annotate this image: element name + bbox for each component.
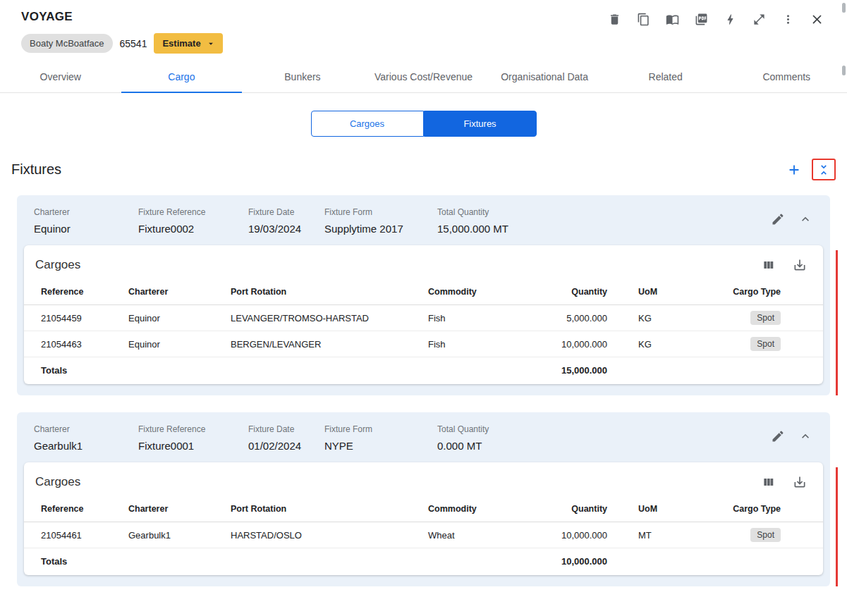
- validation-indicator: [836, 467, 838, 586]
- column-header: Cargo Type: [697, 279, 823, 305]
- validation-indicator: [836, 250, 838, 395]
- fixture-reference-value: Fixture0001: [138, 440, 248, 452]
- field-label: Fixture Date: [248, 207, 324, 217]
- cargo-type-chip: Spot: [750, 337, 781, 351]
- chevron-up-icon[interactable]: [798, 211, 813, 227]
- column-header: Port Rotation: [225, 496, 422, 522]
- totals-row: Totals 10,000.000: [24, 548, 823, 576]
- fixture-card: Charterer Gearbulk1 Fixture Reference Fi…: [17, 412, 830, 586]
- tab-related[interactable]: Related: [605, 62, 726, 92]
- cargo-type-chip: Spot: [750, 528, 781, 542]
- table-row[interactable]: 21054463 Equinor BERGEN/LEVANGER Fish 10…: [24, 331, 823, 357]
- cell-port-rotation: HARSTAD/OSLO: [225, 522, 422, 548]
- table-row[interactable]: 21054461 Gearbulk1 HARSTAD/OSLO Wheat 10…: [24, 522, 823, 548]
- fixtures-section-title: Fixtures: [11, 161, 61, 178]
- totals-label: Totals: [24, 548, 123, 576]
- fixtures-toggle-button[interactable]: Fixtures: [424, 111, 537, 137]
- unfold-less-icon: [817, 163, 831, 177]
- cargoes-table-card: Cargoes Reference Charterer Port: [24, 462, 823, 575]
- more-vert-icon[interactable]: [780, 11, 796, 27]
- download-icon[interactable]: [792, 474, 808, 490]
- field-label: Fixture Reference: [138, 207, 248, 217]
- scrollbar-thumb[interactable]: [842, 66, 846, 75]
- field-label: Fixture Reference: [138, 424, 248, 434]
- view-columns-icon[interactable]: [761, 474, 776, 490]
- charterer-value: Equinor: [34, 223, 138, 235]
- book-icon[interactable]: [664, 11, 680, 27]
- vessel-name-chip: Boaty McBoatface: [21, 34, 113, 53]
- view-columns-icon[interactable]: [761, 257, 776, 273]
- cell-uom: MT: [613, 522, 697, 548]
- cargo-type-chip: Spot: [750, 311, 781, 325]
- fixture-card: Charterer Equinor Fixture Reference Fixt…: [17, 195, 830, 395]
- edit-icon[interactable]: [770, 211, 786, 227]
- collapse-all-button[interactable]: [812, 159, 836, 180]
- edit-icon[interactable]: [770, 429, 786, 444]
- cargoes-title: Cargoes: [35, 475, 80, 489]
- pdf-icon[interactable]: [693, 11, 709, 27]
- cell-commodity: Wheat: [422, 522, 535, 548]
- estimate-status-button[interactable]: Estimate: [154, 33, 222, 54]
- total-quantity-value: 15,000.000 MT: [437, 223, 592, 235]
- voyage-header: VOYAGE: [0, 0, 847, 54]
- cargoes-table: Reference Charterer Port Rotation Commod…: [24, 279, 823, 384]
- tab-overview[interactable]: Overview: [0, 62, 121, 92]
- cargoes-table: Reference Charterer Port Rotation Commod…: [24, 496, 823, 575]
- main-tab-bar: Overview Cargo Bunkers Various Cost/Reve…: [0, 62, 847, 93]
- column-header: UoM: [613, 496, 697, 522]
- cell-quantity: 5,000.000: [535, 305, 613, 331]
- table-row[interactable]: 21054459 Equinor LEVANGER/TROMSO-HARSTAD…: [24, 305, 823, 331]
- cell-quantity: 10,000.000: [535, 331, 613, 357]
- tab-various-cost-revenue[interactable]: Various Cost/Revenue: [363, 62, 485, 92]
- field-label: Fixture Date: [248, 424, 324, 434]
- column-header: Cargo Type: [697, 496, 823, 522]
- delete-icon[interactable]: [607, 11, 622, 27]
- tab-comments[interactable]: Comments: [726, 62, 847, 92]
- field-label: Charterer: [34, 424, 138, 434]
- download-icon[interactable]: [792, 257, 808, 273]
- column-header: Commodity: [422, 496, 535, 522]
- fixture-form-value: NYPE: [324, 440, 437, 452]
- totals-quantity: 15,000.000: [535, 357, 613, 385]
- chevron-up-icon[interactable]: [798, 429, 813, 444]
- add-fixture-icon[interactable]: [786, 162, 802, 178]
- totals-label: Totals: [24, 357, 123, 385]
- column-header: Reference: [24, 279, 123, 305]
- field-label: Charterer: [34, 207, 138, 217]
- cargoes-toggle-button[interactable]: Cargoes: [311, 111, 424, 137]
- column-header: Quantity: [535, 279, 613, 305]
- column-header: Charterer: [123, 496, 225, 522]
- page-title: VOYAGE: [21, 10, 73, 24]
- cargoes-fixtures-toggle: Cargoes Fixtures: [0, 111, 847, 137]
- column-header: Quantity: [535, 496, 613, 522]
- fixture-form-value: Supplytime 2017: [324, 223, 437, 235]
- charterer-value: Gearbulk1: [34, 440, 138, 452]
- cell-port-rotation: LEVANGER/TROMSO-HARSTAD: [225, 305, 422, 331]
- cell-reference: 21054461: [24, 522, 123, 548]
- cargoes-title: Cargoes: [35, 258, 80, 272]
- copy-icon[interactable]: [635, 11, 651, 27]
- cell-charterer: Gearbulk1: [123, 522, 225, 548]
- cell-port-rotation: BERGEN/LEVANGER: [225, 331, 422, 357]
- cell-uom: KG: [613, 331, 697, 357]
- column-header: UoM: [613, 279, 697, 305]
- field-label: Total Quantity: [437, 207, 592, 217]
- column-header: Charterer: [123, 279, 225, 305]
- fixture-reference-value: Fixture0002: [138, 223, 248, 235]
- totals-row: Totals 15,000.000: [24, 357, 823, 385]
- expand-icon[interactable]: [751, 11, 767, 27]
- header-toolbar: [607, 11, 824, 27]
- bolt-icon[interactable]: [722, 11, 738, 27]
- tab-organisational-data[interactable]: Organisational Data: [484, 62, 605, 92]
- cell-uom: KG: [613, 305, 697, 331]
- tab-bunkers[interactable]: Bunkers: [242, 62, 363, 92]
- column-header: Commodity: [422, 279, 535, 305]
- field-label: Fixture Form: [324, 207, 437, 217]
- fixture-date-value: 19/03/2024: [248, 223, 324, 235]
- cell-commodity: Fish: [422, 331, 535, 357]
- cell-reference: 21054463: [24, 331, 123, 357]
- close-icon[interactable]: [809, 11, 824, 27]
- tab-cargo[interactable]: Cargo: [121, 62, 243, 93]
- scrollbar-thumb[interactable]: [842, 3, 846, 13]
- estimate-label: Estimate: [162, 38, 200, 49]
